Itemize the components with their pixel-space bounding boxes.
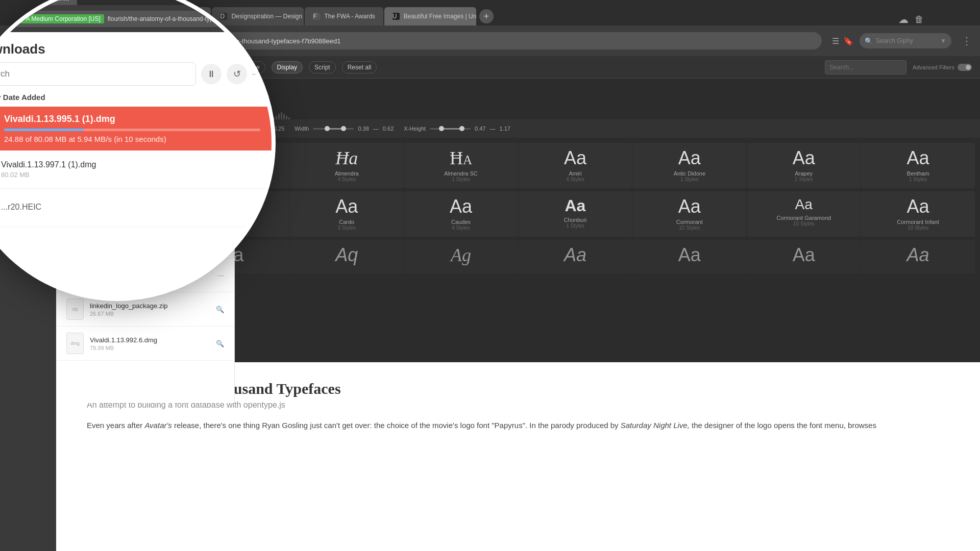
xheight-sep: — [490, 126, 496, 132]
font-card-cardo[interactable]: Aa Cardo 3 Styles [290, 191, 404, 237]
font-name-arapey: Arapey [753, 170, 854, 177]
font-card-cormorant-infant[interactable]: Aa Cormorant Infant 10 Styles [861, 191, 975, 237]
sidebar-dl-action-linkedin[interactable]: 🔍 [216, 306, 224, 313]
font-card-bentham[interactable]: Aa Bentham 1 Styles [861, 143, 975, 188]
font-card-r3-8[interactable]: Aa [861, 240, 975, 273]
font-styles-arapey: 2 Styles [753, 177, 854, 182]
fp: Aq [296, 246, 398, 264]
magnifier-circle: M Medium — Read, write an... ↺ ⌂ 🔒 A Med… [0, 0, 276, 301]
font-card-cormorant[interactable]: Aa Cormorant 10 Styles [632, 191, 746, 237]
sidebar-dl-vivaldi992[interactable]: dmg Vivaldi.1.13.992.6.dmg 79.99 MB 🔍 [56, 327, 234, 361]
mag-minimize-icon[interactable]: — [252, 69, 260, 79]
body-text-2: release, there's one thing Ryan Gosling … [172, 421, 621, 430]
mag-tab-medium[interactable]: M Medium — Read, write an... [0, 0, 77, 5]
font-card-r3-3[interactable]: Aq [290, 240, 404, 273]
font-name-amiri: Amiri [525, 170, 626, 177]
mag-chrome: M Medium — Read, write an... ↺ ⌂ 🔒 A Med… [0, 0, 272, 32]
font-card-arapey[interactable]: Aa Arapey 2 Styles [747, 143, 861, 188]
font-card-cormorant-garamond[interactable]: Aa Cormorant Garamond 10 Styles [747, 191, 861, 237]
display-filter[interactable]: Display [272, 61, 303, 73]
trash-icon[interactable]: 🗑 [915, 14, 924, 25]
font-card-almendra[interactable]: Ħa Almendra 4 Styles [290, 143, 404, 188]
sidebar-dl-size-linkedin: 26.67 MB [90, 311, 210, 317]
mag-dl-search-input[interactable] [0, 62, 196, 86]
mag-tab-label-medium: Medium — Read, write an... [0, 0, 70, 2]
mag-reset-button[interactable]: ↺ [227, 64, 247, 84]
fp: Aa [525, 246, 626, 264]
giphy-dropdown-icon[interactable]: ▼ [940, 37, 946, 44]
font-card-almendra-sc[interactable]: Ħа Almendra SC 1 Styles [404, 143, 518, 188]
mag-dl-item-heic[interactable]: HEIC ...r20.HEIC [0, 189, 272, 227]
xheight-thumb-right[interactable] [459, 126, 464, 131]
xheight-thumb-left[interactable] [439, 126, 444, 131]
font-preview-almendra: Ħa [296, 149, 398, 167]
font-styles-cormorant-garamond: 10 Styles [753, 221, 854, 227]
width-max: 0.62 [383, 126, 394, 132]
font-preview-bentham: Aa [867, 149, 969, 167]
body-text-1: Even years after [87, 421, 144, 430]
font-card-r3-7[interactable]: Aa [747, 240, 861, 273]
giphy-search-bar[interactable]: 🔍 Search Giphy ▼ [860, 33, 951, 48]
font-styles-cormorant: 10 Styles [639, 225, 740, 231]
new-tab-button[interactable]: + [479, 9, 494, 23]
width-thumb-left[interactable] [325, 126, 330, 131]
mag-ssl-badge: 🔒 A Medium Corporation [US] [13, 14, 104, 23]
reset-filter[interactable]: Reset all [342, 61, 377, 73]
cloud-icon[interactable]: ☁ [898, 13, 909, 26]
font-name-cormorant: Cormorant [639, 219, 740, 225]
font-styles-caudex: 4 Styles [410, 225, 512, 231]
font-card-r3-6[interactable]: Aa [632, 240, 746, 273]
font-styles-bentham: 1 Styles [867, 177, 969, 182]
xheight-min: 0.47 [475, 126, 485, 132]
sidebar-dl-icon-linkedin: zip [66, 298, 84, 320]
font-card-r3-5[interactable]: Aa [519, 240, 632, 273]
mag-ssl-text: A Medium Corporation [US] [26, 15, 101, 22]
mag-pause-button[interactable]: ⏸ [201, 64, 222, 84]
fonts-search-input[interactable] [825, 60, 906, 74]
tab-fwa[interactable]: F The FWA - Awards [305, 7, 383, 26]
tab-unsplash[interactable]: U Beautiful Free Images | Unsp... [384, 7, 476, 26]
width-thumb-right[interactable] [341, 126, 346, 131]
font-preview-almendra-sc: Ħа [410, 149, 512, 167]
sidebar-dl-name-vivaldi992: Vivaldi.1.13.992.6.dmg [90, 336, 210, 344]
xheight-max: 1.17 [500, 126, 510, 132]
font-preview-arapey: Aa [753, 149, 854, 167]
font-preview-cardo: Aa [296, 197, 398, 216]
font-preview-cormorant-garamond: Aa [753, 197, 854, 212]
mag-downloads: Downloads ⏸ ↺ — Sort by Date Added Vival… [0, 32, 272, 297]
mag-home-btn[interactable]: ⌂ [0, 13, 3, 25]
mag-dl-item-vivaldi997[interactable]: dmg Vivaldi.1.13.997.1 (1).dmg 80.02 MB [0, 151, 272, 189]
font-card-antic[interactable]: Aa Antic Didone 1 Styles [632, 143, 746, 188]
mag-dl-item-active[interactable]: Vivaldi.1.13.995.1 (1).dmg 24.88 of 80.0… [0, 107, 272, 151]
fp: Aa [753, 246, 854, 264]
giphy-search-icon: 🔍 [865, 37, 873, 45]
xheight-track[interactable] [430, 128, 471, 130]
mag-dl-header: Downloads [0, 32, 272, 62]
font-card-chonburi[interactable]: Aa Chonburi 1 Styles [519, 191, 632, 237]
font-card-r3-4[interactable]: Ag [404, 240, 518, 273]
width-track[interactable] [313, 128, 354, 130]
reader-icon[interactable]: ☰ [832, 36, 839, 46]
font-card-caudex[interactable]: Aa Caudex 4 Styles [404, 191, 518, 237]
menu-icon[interactable]: ⋮ [962, 35, 972, 46]
tab-label-unsplash: Beautiful Free Images | Unsp... [404, 13, 476, 20]
font-name-chonburi: Chonburi [525, 217, 626, 223]
script-filter[interactable]: Script [309, 61, 336, 73]
font-name-cardo: Cardo [296, 219, 398, 225]
width-sep: — [373, 126, 379, 132]
mag-dl-name-heic: ...r20.HEIC [1, 203, 41, 212]
magnifier-inner: M Medium — Read, write an... ↺ ⌂ 🔒 A Med… [0, 0, 272, 297]
font-card-amiri[interactable]: Aa Amiri 4 Styles [519, 143, 632, 188]
tab-favicon-fwa: F [313, 13, 320, 20]
mag-url-bar[interactable]: 🔒 A Medium Corporation [US] flourish/the… [8, 11, 263, 27]
font-name-almendra: Almendra [296, 170, 398, 177]
advanced-filters-toggle[interactable] [958, 64, 972, 71]
mag-url-text: flourish/the-anatomy-of-a-thousand-typef… [108, 15, 250, 22]
mag-dl-name-active: Vivaldi.1.13.995.1 (1).dmg [4, 114, 260, 124]
font-preview-cormorant: Aa [639, 197, 740, 216]
mag-dl-info-vivaldi997: Vivaldi.1.13.997.1 (1).dmg 80.02 MB [1, 160, 96, 179]
sidebar-dl-info-linkedin: linkedin_logo_package.zip 26.67 MB [90, 302, 210, 317]
bookmark-icon[interactable]: 🔖 [843, 36, 853, 46]
sidebar-dl-action-vivaldi992[interactable]: 🔍 [216, 340, 224, 347]
advanced-filters: Advanced Filters [913, 64, 972, 71]
